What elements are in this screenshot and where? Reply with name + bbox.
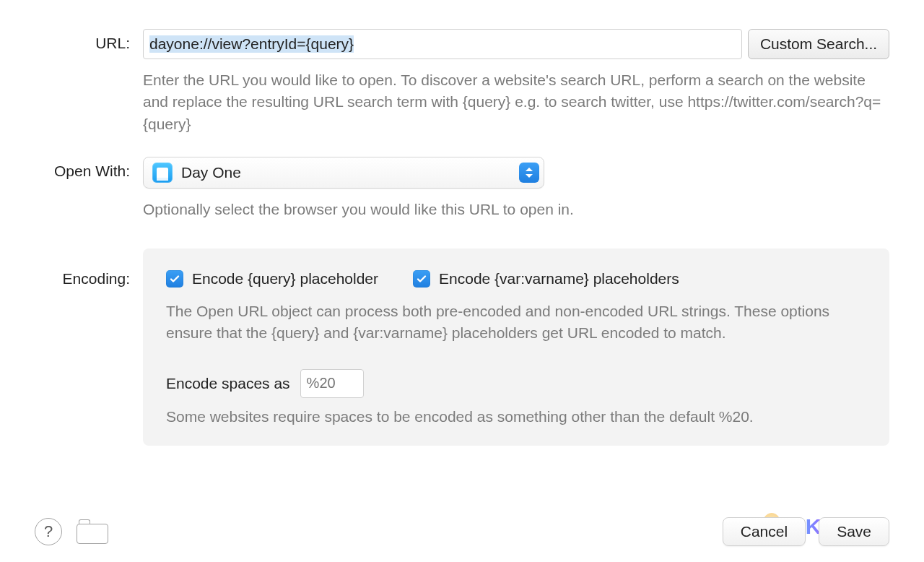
url-help-text: Enter the URL you would like to open. To… <box>143 69 889 135</box>
encoding-panel: Encode {query} placeholder Encode {var:v… <box>143 248 889 446</box>
url-input[interactable] <box>143 29 742 59</box>
open-with-label: Open With: <box>35 157 143 180</box>
checkmark-icon <box>413 270 430 288</box>
url-label: URL: <box>35 29 143 52</box>
encode-spaces-help-text: Some websites require spaces to be encod… <box>166 408 866 425</box>
folder-icon[interactable] <box>77 519 108 544</box>
open-with-help-text: Optionally select the browser you would … <box>143 199 889 220</box>
help-button[interactable]: ? <box>35 518 62 545</box>
checkmark-icon <box>166 270 183 288</box>
custom-search-button[interactable]: Custom Search... <box>748 29 889 59</box>
app-icon <box>152 163 173 183</box>
encode-query-checkbox[interactable]: Encode {query} placeholder <box>166 270 378 288</box>
save-button[interactable]: Save <box>819 517 889 546</box>
encode-spaces-label: Encode spaces as <box>166 375 290 392</box>
open-with-value: Day One <box>181 164 510 181</box>
encoding-help-text: The Open URL object can process both pre… <box>166 301 866 345</box>
chevron-up-down-icon <box>519 163 539 183</box>
encode-var-checkbox[interactable]: Encode {var:varname} placeholders <box>413 270 679 288</box>
cancel-button[interactable]: Cancel <box>723 517 806 546</box>
encode-spaces-input[interactable] <box>300 369 364 398</box>
open-with-select[interactable]: Day One <box>143 157 544 189</box>
encoding-label: Encoding: <box>35 248 143 288</box>
encode-query-label: Encode {query} placeholder <box>192 270 378 288</box>
encode-var-label: Encode {var:varname} placeholders <box>439 270 679 288</box>
